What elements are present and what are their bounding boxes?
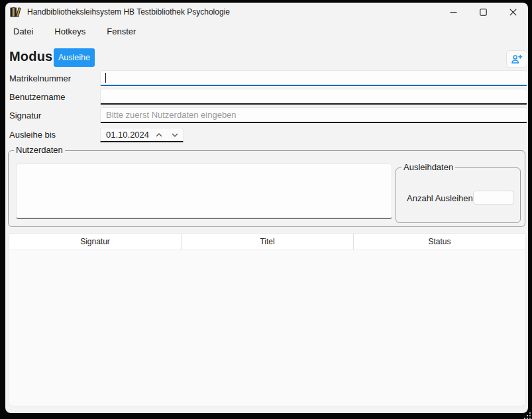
nutzerdaten-textarea[interactable] <box>16 163 392 219</box>
column-header-signatur[interactable]: Signatur <box>9 234 181 250</box>
text-caret <box>105 73 106 83</box>
chevron-down-icon[interactable] <box>167 128 183 141</box>
app-window: Handbibliotheksleihsystem HB Testbibliot… <box>5 3 528 413</box>
date-value[interactable]: 01.10.2024 <box>101 130 151 140</box>
books-icon <box>10 7 21 17</box>
column-header-titel[interactable]: Titel <box>181 234 353 250</box>
window-title: Handbibliotheksleihsystem HB Testbibliot… <box>27 7 230 17</box>
chevron-up-icon[interactable] <box>151 128 167 141</box>
anzahl-ausleihen-label: Anzahl Ausleihen <box>407 193 473 203</box>
signatur-input[interactable] <box>100 107 527 123</box>
menubar: Datei Hotkeys Fenster <box>7 23 150 40</box>
anzahl-ausleihen-input[interactable] <box>473 191 514 205</box>
minimize-icon[interactable] <box>439 3 468 21</box>
nutzerdaten-legend: Nutzerdaten <box>14 145 65 156</box>
screen: { "colors": { "accent": "#2196F3", "focu… <box>0 0 532 419</box>
ausleihdaten-groupbox: Ausleihdaten Anzahl Ausleihen <box>396 167 521 223</box>
add-user-button[interactable] <box>506 50 527 68</box>
results-table-header: Signatur Titel Status <box>9 233 526 250</box>
window-controls <box>439 3 528 21</box>
ausleihe-bis-date-spinner[interactable]: 01.10.2024 <box>100 128 184 142</box>
mode-heading: Modus <box>9 49 52 64</box>
ausleihdaten-legend: Ausleihdaten <box>401 162 455 173</box>
signatur-label: Signatur <box>9 111 41 120</box>
menu-item-fenster[interactable]: Fenster <box>100 23 142 40</box>
close-icon[interactable] <box>498 3 528 21</box>
results-table-body <box>9 250 526 406</box>
column-header-status[interactable]: Status <box>353 234 525 250</box>
ausleihe-mode-button[interactable]: Ausleihe <box>54 48 95 67</box>
ausleihe-bis-label: Ausleihe bis <box>9 130 56 140</box>
benutzername-input[interactable] <box>100 89 527 105</box>
matrikelnummer-input[interactable] <box>100 70 527 86</box>
resize-grip-icon[interactable] <box>523 410 531 418</box>
benutzername-label: Benutzername <box>9 92 66 102</box>
matrikelnummer-label: Matrikelnummer <box>9 73 71 83</box>
maximize-icon[interactable] <box>468 3 498 21</box>
menu-item-hotkeys[interactable]: Hotkeys <box>48 23 92 40</box>
titlebar: Handbibliotheksleihsystem HB Testbibliot… <box>5 3 528 21</box>
menu-item-datei[interactable]: Datei <box>7 23 40 40</box>
add-user-icon <box>511 54 523 64</box>
